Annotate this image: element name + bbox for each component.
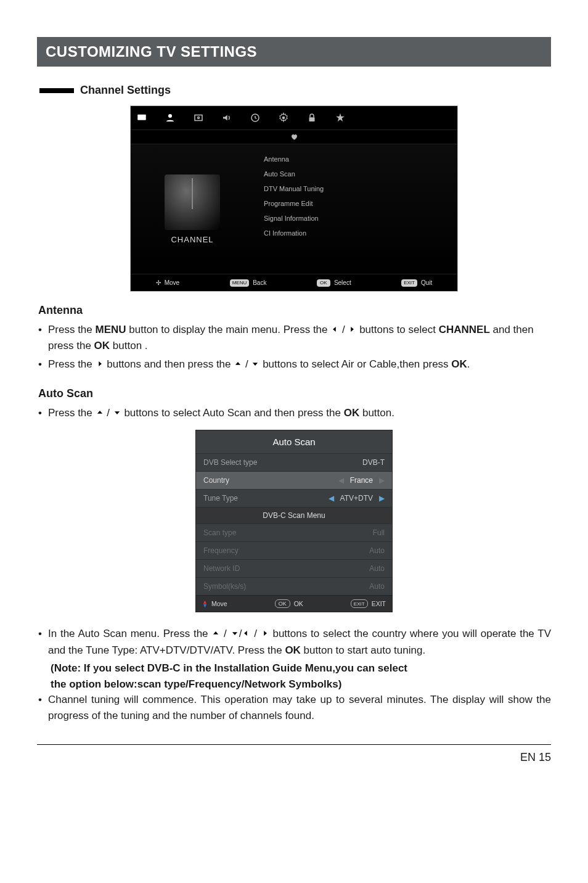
freq-value: Auto <box>369 546 385 555</box>
dialog-title: Auto Scan <box>196 430 392 453</box>
foot-ok: OK <box>294 600 303 607</box>
osd-autoscan-dialog: Auto Scan DVB Select type DVB-T Country … <box>195 430 393 612</box>
menu-item-programme-edit: Programme Edit <box>264 200 447 207</box>
up-arrow-icon <box>96 406 104 422</box>
star-tab-icon <box>332 109 349 126</box>
chevron-left-icon: ◀ <box>329 494 334 503</box>
post-step-2: Channel tuning will commence. This opera… <box>48 692 551 723</box>
foot-exit: EXIT <box>372 600 386 607</box>
down-arrow-icon <box>113 406 121 422</box>
dvb-label: DVB Select type <box>203 458 257 467</box>
ok-key-icon: OK <box>275 599 290 608</box>
sym-label: Symbol(ks/s) <box>203 582 246 591</box>
antenna-instructions: Press the MENU button to display the mai… <box>37 322 551 372</box>
post-autoscan-instructions: In the Auto Scan menu. Press the / / / b… <box>37 626 551 658</box>
foot-back: Back <box>253 279 266 286</box>
sym-value: Auto <box>369 582 385 591</box>
svg-point-5 <box>282 117 285 120</box>
post-autoscan-instructions-2: Channel tuning will commence. This opera… <box>37 692 551 723</box>
menu-item-signal-info: Signal Information <box>264 215 447 222</box>
exit-key-icon: EXIT <box>351 599 368 608</box>
row-country: Country ◀ France ▶ <box>196 471 392 489</box>
scan-label: Scan type <box>203 528 236 537</box>
heading-bar <box>39 88 74 93</box>
scan-value: Full <box>373 528 385 537</box>
channel-tab-icon <box>190 109 207 126</box>
sound-tab-icon <box>218 109 235 126</box>
autoscan-intro: Press the / buttons to select Auto Scan … <box>37 405 551 421</box>
exit-key-icon: EXIT <box>401 279 417 287</box>
ok-key-icon: OK <box>317 279 330 287</box>
antenna-step-2: Press the buttons and then press the / b… <box>48 356 470 372</box>
foot-move: Move <box>211 600 227 607</box>
country-label: Country <box>203 476 229 485</box>
antenna-heading: Antenna <box>38 304 551 317</box>
foot-quit: Quit <box>421 279 432 286</box>
settings-tab-icon <box>275 109 292 126</box>
down-arrow-icon <box>231 626 239 643</box>
post-step-1: In the Auto Scan menu. Press the / / / b… <box>48 626 551 658</box>
dialog-footer: ▲▼Move OKOK EXITEXIT <box>196 595 392 612</box>
lock-tab-icon <box>303 109 321 126</box>
osd-channel-menu: CHANNEL Antenna Auto Scan DTV Manual Tun… <box>130 105 458 292</box>
time-tab-icon <box>247 109 264 126</box>
channel-graphic <box>165 175 220 230</box>
freq-label: Frequency <box>203 546 239 555</box>
tune-label: Tune Type <box>203 494 238 503</box>
left-arrow-icon <box>330 322 339 339</box>
net-label: Network ID <box>203 564 240 573</box>
left-arrow-icon <box>242 626 250 643</box>
tune-value: ATV+DTV <box>340 494 373 503</box>
chevron-right-icon: ▶ <box>379 494 385 503</box>
menu-key-icon: MENU <box>230 279 250 287</box>
up-arrow-icon <box>234 357 242 373</box>
dvb-value: DVB-T <box>362 458 385 467</box>
osd-active-indicator <box>131 129 457 144</box>
section-title: Channel Settings <box>80 84 171 97</box>
svg-point-3 <box>198 117 200 119</box>
dvbc-section-header: DVB-C Scan Menu <box>196 507 392 524</box>
dvbc-note-line2: the option below:scan type/Frequency/Net… <box>37 676 551 692</box>
picture-tab-icon <box>133 109 150 126</box>
chevron-left-icon: ◀ <box>338 476 344 485</box>
foot-select: Select <box>334 279 351 286</box>
page-number: EN 15 <box>37 744 551 764</box>
right-arrow-icon <box>348 322 356 339</box>
updown-icon: ▲▼ <box>202 600 208 607</box>
foot-move: Move <box>165 279 179 286</box>
row-symbol: Symbol(ks/s) Auto <box>196 577 392 595</box>
menu-item-antenna: Antenna <box>264 155 447 163</box>
svg-rect-0 <box>137 115 146 120</box>
row-scan-type: Scan type Full <box>196 524 392 541</box>
person-tab-icon <box>161 109 179 126</box>
country-value: France <box>350 476 373 485</box>
row-dvb-type: DVB Select type DVB-T <box>196 453 392 471</box>
svg-rect-6 <box>309 117 315 121</box>
right-arrow-icon <box>261 626 269 643</box>
osd-footer: ✢Move MENUBack OKSelect EXITQuit <box>131 274 457 291</box>
svg-point-1 <box>168 114 172 118</box>
dvbc-note-line1: (Note: If you select DVB-C in the Instal… <box>37 660 551 676</box>
move-arrows-icon: ✢ <box>156 279 161 286</box>
menu-item-dtv-manual: DTV Manual Tuning <box>264 185 447 192</box>
autoscan-heading: Auto Scan <box>38 387 551 400</box>
osd-left-label: CHANNEL <box>171 235 213 244</box>
svg-rect-2 <box>195 115 202 121</box>
row-tune-type: Tune Type ◀ ATV+DTV ▶ <box>196 489 392 507</box>
osd-tab-bar <box>131 106 457 129</box>
row-network-id: Network ID Auto <box>196 559 392 577</box>
right-arrow-icon <box>96 357 104 373</box>
osd-menu-list: Antenna Auto Scan DTV Manual Tuning Prog… <box>254 144 457 274</box>
section-heading: Channel Settings <box>37 84 551 97</box>
menu-item-autoscan: Auto Scan <box>264 170 447 178</box>
up-arrow-icon <box>211 626 220 643</box>
antenna-step-1: Press the MENU button to display the mai… <box>48 322 551 354</box>
menu-item-ci-info: CI Information <box>264 229 447 237</box>
row-frequency: Frequency Auto <box>196 541 392 559</box>
net-value: Auto <box>369 564 385 573</box>
autoscan-step-1: Press the / buttons to select Auto Scan … <box>48 405 394 421</box>
down-arrow-icon <box>251 357 259 373</box>
chevron-right-icon: ▶ <box>379 476 385 485</box>
banner-title: CUSTOMIZING TV SETTINGS <box>37 37 551 67</box>
